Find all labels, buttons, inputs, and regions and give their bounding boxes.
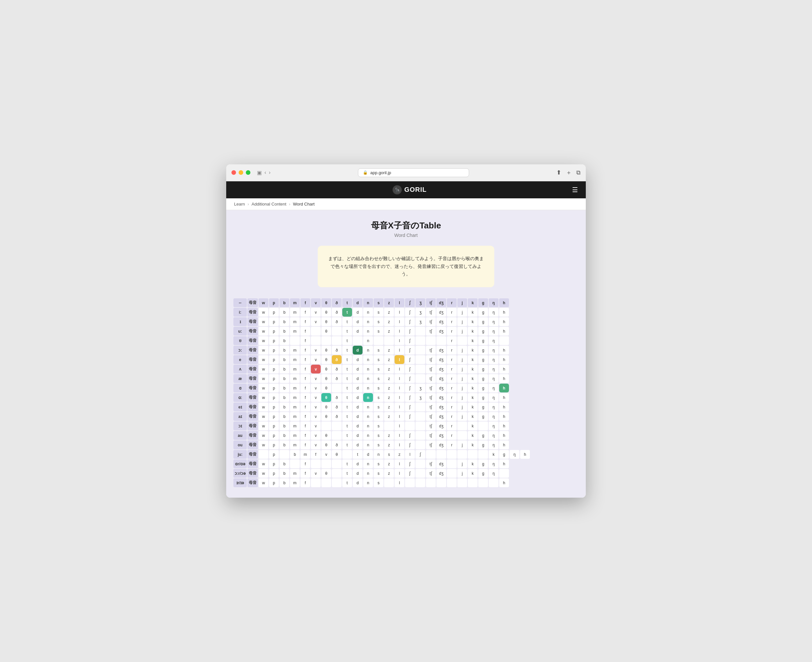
table-cell[interactable]: tʃ	[426, 421, 436, 430]
table-cell[interactable]: b	[290, 450, 300, 459]
table-cell[interactable]: r	[447, 346, 457, 355]
table-cell[interactable]: dʒ	[436, 317, 446, 326]
breadcrumb-additional[interactable]: Additional Content	[252, 202, 286, 207]
table-cell[interactable]: t	[342, 384, 352, 392]
table-cell[interactable]: ð	[332, 393, 342, 402]
table-cell[interactable]: v	[311, 317, 321, 326]
table-cell[interactable]: ŋ	[489, 374, 498, 383]
table-cell[interactable]: s	[374, 440, 383, 449]
table-cell[interactable]: d	[353, 355, 363, 364]
table-cell[interactable]: θ	[322, 355, 331, 364]
table-cell[interactable]: j	[457, 355, 467, 364]
table-cell[interactable]	[447, 469, 457, 478]
table-cell[interactable]: m	[290, 421, 300, 430]
table-cell[interactable]: l	[395, 393, 404, 402]
table-row[interactable]: e母音wpbmfvθðtdnszlʃtʃdʒrjkgŋh	[233, 355, 530, 364]
table-cell[interactable]: z	[384, 374, 394, 383]
table-cell[interactable]: g	[478, 346, 488, 355]
table-cell[interactable]	[415, 346, 425, 355]
table-cell[interactable]	[415, 431, 425, 440]
table-cell[interactable]: n	[363, 403, 373, 411]
table-cell[interactable]: r	[447, 384, 457, 392]
table-cell[interactable]: ʃ	[405, 384, 415, 392]
table-cell[interactable]: b	[280, 469, 289, 478]
table-cell[interactable]: ŋ	[489, 336, 498, 345]
table-cell[interactable]: f	[301, 440, 310, 449]
table-cell[interactable]: θ	[322, 412, 331, 421]
table-row[interactable]: ʌ母音wpbmfvθðtdnszlʃtʃdʒrjkgŋh	[233, 365, 530, 373]
table-cell[interactable]: k	[468, 412, 478, 421]
table-cell[interactable]	[384, 336, 394, 345]
table-cell[interactable]: h	[499, 346, 509, 355]
breadcrumb-learn[interactable]: Learn	[234, 202, 245, 207]
table-cell[interactable]: t	[342, 393, 352, 402]
table-cell[interactable]: dʒ	[436, 393, 446, 402]
table-cell[interactable]: m	[290, 469, 300, 478]
table-cell[interactable]: p	[269, 346, 279, 355]
table-cell[interactable]: p	[269, 374, 279, 383]
table-cell[interactable]: d	[353, 431, 363, 440]
table-cell[interactable]: tʃ	[426, 346, 436, 355]
table-cell[interactable]: l	[395, 308, 404, 317]
table-cell[interactable]: r	[447, 421, 457, 430]
table-cell[interactable]: n	[363, 421, 373, 430]
table-cell[interactable]: j	[457, 412, 467, 421]
table-cell[interactable]: h	[499, 308, 509, 317]
table-cell[interactable]: b	[280, 374, 289, 383]
table-cell[interactable]: r	[447, 308, 457, 317]
table-cell[interactable]	[489, 478, 498, 487]
table-cell[interactable]: p	[269, 365, 279, 373]
table-cell[interactable]: ŋ	[489, 393, 498, 402]
table-cell[interactable]: ð	[332, 403, 342, 411]
table-cell[interactable]: j	[457, 374, 467, 383]
table-cell[interactable]: ð	[332, 412, 342, 421]
table-cell[interactable]: θ	[322, 346, 331, 355]
table-cell[interactable]: d	[353, 327, 363, 336]
table-cell[interactable]: dʒ	[436, 403, 446, 411]
table-cell[interactable]: b	[280, 421, 289, 430]
table-cell[interactable]: n	[363, 393, 373, 402]
table-cell[interactable]: m	[290, 393, 300, 402]
table-cell[interactable]: t	[342, 460, 352, 468]
table-cell[interactable]: s	[374, 327, 383, 336]
table-cell[interactable]: dʒ	[436, 365, 446, 373]
table-cell[interactable]	[447, 460, 457, 468]
table-cell[interactable]	[332, 336, 342, 345]
table-cell[interactable]: l	[395, 327, 404, 336]
table-cell[interactable]: h	[499, 431, 509, 440]
table-cell[interactable]: v	[311, 431, 321, 440]
table-cell[interactable]	[259, 450, 269, 459]
table-cell[interactable]: d	[353, 469, 363, 478]
table-cell[interactable]: z	[395, 450, 404, 459]
table-cell[interactable]: p	[269, 469, 279, 478]
table-cell[interactable]: f	[301, 478, 310, 487]
table-cell[interactable]: l	[395, 431, 404, 440]
table-cell[interactable]: z	[384, 440, 394, 449]
table-cell[interactable]: s	[374, 478, 383, 487]
table-cell[interactable]: b	[280, 327, 289, 336]
table-cell[interactable]: m	[290, 478, 300, 487]
table-cell[interactable]: w	[259, 440, 269, 449]
table-cell[interactable]: h	[520, 450, 530, 459]
table-cell[interactable]: g	[478, 440, 488, 449]
table-cell[interactable]: d	[363, 450, 373, 459]
table-cell[interactable]: h	[499, 365, 509, 373]
table-cell[interactable]: r	[447, 327, 457, 336]
table-cell[interactable]: m	[290, 308, 300, 317]
table-row[interactable]: ɪ母音wpbmfvθðtdnszlʃʒtʃdʒrjkgŋh	[233, 317, 530, 326]
table-cell[interactable]	[415, 440, 425, 449]
table-cell[interactable]: m	[290, 346, 300, 355]
table-cell[interactable]: w	[259, 421, 269, 430]
table-cell[interactable]: w	[259, 384, 269, 392]
table-cell[interactable]	[415, 412, 425, 421]
table-cell[interactable]: k	[468, 374, 478, 383]
table-cell[interactable]: l	[395, 412, 404, 421]
table-cell[interactable]: dʒ	[436, 355, 446, 364]
table-cell[interactable]: tʃ	[426, 365, 436, 373]
table-cell[interactable]: z	[384, 346, 394, 355]
table-cell[interactable]: v	[311, 308, 321, 317]
table-cell[interactable]: t	[342, 355, 352, 364]
table-cell[interactable]: f	[301, 393, 310, 402]
table-cell[interactable]: ʒ	[415, 384, 425, 392]
table-cell[interactable]: g	[478, 355, 488, 364]
